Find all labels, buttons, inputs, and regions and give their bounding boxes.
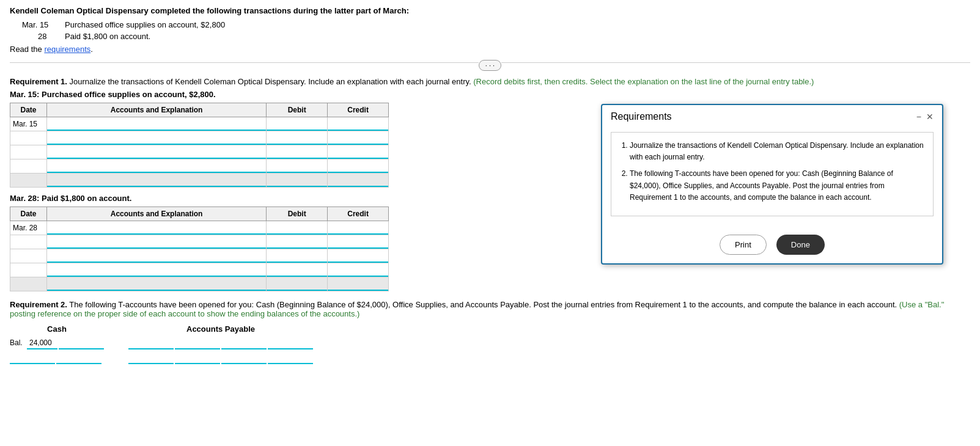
accounts-cell-1-2[interactable] xyxy=(46,131,266,145)
cash-left-1[interactable] xyxy=(10,351,55,364)
print-button[interactable]: Print xyxy=(720,235,767,255)
credit-input-2-1[interactable] xyxy=(328,221,388,235)
transactions-list: Mar. 15 Purchased office supplies on acc… xyxy=(22,20,970,41)
credit-cell-1-4[interactable] xyxy=(328,159,389,174)
accounts-cell-1-3[interactable] xyxy=(46,145,266,159)
date-cell-blank-2 xyxy=(10,235,47,249)
debit-input-1-4[interactable] xyxy=(267,159,327,173)
done-button[interactable]: Done xyxy=(776,235,825,255)
debit-cell-1[interactable] xyxy=(267,117,328,131)
accounts-input-1-4[interactable] xyxy=(47,159,266,173)
date-cell-blank xyxy=(10,131,47,145)
debit-cell-2-4[interactable] xyxy=(267,263,328,277)
cash-title: Cash xyxy=(10,324,104,334)
date-cell-blank xyxy=(10,145,47,159)
credit-cell-2-2[interactable] xyxy=(328,235,389,249)
credit-cell-2-3[interactable] xyxy=(328,249,389,263)
modal-minimize-button[interactable]: − xyxy=(916,112,921,122)
credit-input-2-5[interactable] xyxy=(328,277,388,291)
divider-line-right xyxy=(501,62,970,68)
credit-cell-1-2[interactable] xyxy=(328,131,389,145)
accounts-cell-2-4[interactable] xyxy=(46,263,266,277)
credit-cell-1[interactable] xyxy=(328,117,389,131)
accounts-input-2-4[interactable] xyxy=(47,263,266,277)
debit-cell-2-1[interactable] xyxy=(267,221,328,235)
req1-text: Journalize the transactions of Kendell C… xyxy=(70,77,471,86)
table1-label: Mar. 15: Purchased office supplies on ac… xyxy=(10,90,970,99)
cash-right-1[interactable] xyxy=(56,351,101,364)
ap-bot-3[interactable] xyxy=(221,351,267,364)
accounts-payable-t-account: Accounts Payable xyxy=(128,324,313,365)
ap-top-3[interactable] xyxy=(221,336,267,349)
debit-cell-1-3[interactable] xyxy=(267,145,328,159)
debit-input-2-3[interactable] xyxy=(267,249,327,263)
credit-input-1-3[interactable] xyxy=(328,145,388,159)
accounts-cell-2-1[interactable] xyxy=(46,221,266,235)
accounts-input-2-5[interactable] xyxy=(47,277,266,291)
credit-cell-1-3[interactable] xyxy=(328,145,389,159)
credit-input-1-2[interactable] xyxy=(328,131,388,145)
t-accounts-container: Cash Bal. 24,000 Accounts Payable xyxy=(10,324,970,365)
debit-cell-2-5[interactable] xyxy=(267,277,328,291)
accounts-input-2-3[interactable] xyxy=(47,249,266,263)
requirements-modal: Requirements − ✕ Journalize the transact… xyxy=(601,104,943,265)
cash-t-account: Cash Bal. 24,000 xyxy=(10,324,104,365)
cash-top-right-1[interactable] xyxy=(59,336,104,349)
accounts-input-1-2[interactable] xyxy=(47,131,266,145)
ap-bot-2[interactable] xyxy=(175,351,220,364)
debit-input-2-1[interactable] xyxy=(267,221,327,235)
ap-top-2[interactable] xyxy=(175,336,220,349)
debit-input-2-2[interactable] xyxy=(267,235,327,249)
debit-cell-1-4[interactable] xyxy=(267,159,328,174)
ap-top-1[interactable] xyxy=(128,336,174,349)
accounts-cell-2-2[interactable] xyxy=(46,235,266,249)
date-cell-blank xyxy=(10,159,47,174)
credit-input-2-3[interactable] xyxy=(328,249,388,263)
debit-input-1-1[interactable] xyxy=(267,117,327,131)
debit-input-1-5[interactable] xyxy=(267,174,327,187)
debit-cell-2-2[interactable] xyxy=(267,235,328,249)
expand-button[interactable]: · · · xyxy=(479,60,501,71)
credit-input-2-4[interactable] xyxy=(328,263,388,277)
debit-cell-2-3[interactable] xyxy=(267,249,328,263)
credit-cell-2-4[interactable] xyxy=(328,263,389,277)
accounts-cell-2-5[interactable] xyxy=(46,277,266,291)
accounts-input-2-2[interactable] xyxy=(47,235,266,249)
req1-label: Requirement 1. xyxy=(10,77,67,86)
accounts-cell-1-4[interactable] xyxy=(46,159,266,174)
ap-bot-4[interactable] xyxy=(268,351,313,364)
table-row xyxy=(10,131,389,145)
ap-top-4[interactable] xyxy=(268,336,313,349)
accounts-input-1-1[interactable] xyxy=(47,117,266,131)
th-credit-1: Credit xyxy=(328,103,389,117)
credit-cell-1-5[interactable] xyxy=(328,174,389,188)
accounts-cell-1[interactable] xyxy=(46,117,266,131)
ap-bot-1[interactable] xyxy=(128,351,174,364)
modal-controls: − ✕ xyxy=(916,112,934,122)
credit-cell-2-1[interactable] xyxy=(328,221,389,235)
accounts-input-2-1[interactable] xyxy=(47,221,266,235)
debit-input-2-4[interactable] xyxy=(267,263,327,277)
credit-cell-2-5[interactable] xyxy=(328,277,389,291)
credit-input-1-5[interactable] xyxy=(328,174,388,187)
req1-green: (Record debits first, then credits. Sele… xyxy=(473,77,814,86)
accounts-cell-2-3[interactable] xyxy=(46,249,266,263)
modal-close-button[interactable]: ✕ xyxy=(926,112,934,122)
accounts-input-1-5[interactable] xyxy=(47,174,266,187)
credit-input-2-2[interactable] xyxy=(328,235,388,249)
debit-input-1-3[interactable] xyxy=(267,145,327,159)
credit-input-1-1[interactable] xyxy=(328,117,388,131)
debit-input-1-2[interactable] xyxy=(267,131,327,145)
date-cell-2: Mar. 28 xyxy=(10,221,47,235)
accounts-input-1-3[interactable] xyxy=(47,145,266,159)
trans-desc-1: Purchased office supplies on account, $2… xyxy=(65,20,225,29)
modal-title: Requirements xyxy=(611,111,672,122)
requirements-link[interactable]: requirements xyxy=(44,45,90,54)
debit-input-2-5[interactable] xyxy=(267,277,327,291)
debit-cell-1-5[interactable] xyxy=(267,174,328,188)
accounts-cell-1-5[interactable] xyxy=(46,174,266,188)
credit-input-1-4[interactable] xyxy=(328,159,388,173)
modal-requirements-list: Journalize the transactions of Kendell C… xyxy=(630,140,926,203)
requirement1-title: Requirement 1. Journalize the transactio… xyxy=(10,77,970,86)
debit-cell-1-2[interactable] xyxy=(267,131,328,145)
